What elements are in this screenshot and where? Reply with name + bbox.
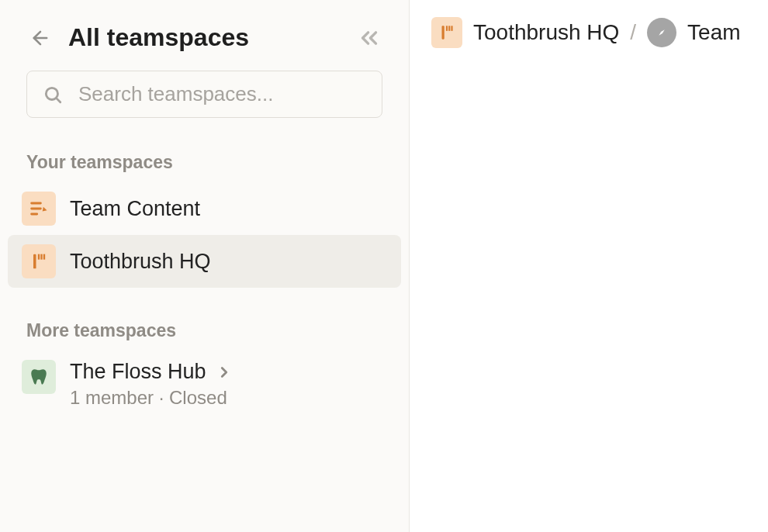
more-teamspaces-label: More teamspaces bbox=[8, 309, 401, 351]
chevron-right-icon bbox=[216, 364, 233, 381]
sidebar-header: All teamspaces bbox=[8, 23, 401, 71]
teamspace-item-toothbrush-hq[interactable]: Toothbrush HQ bbox=[8, 235, 401, 288]
document-edit-icon bbox=[22, 192, 56, 226]
search-icon bbox=[43, 85, 63, 105]
svg-rect-10 bbox=[451, 26, 452, 31]
svg-rect-9 bbox=[448, 26, 450, 31]
svg-rect-4 bbox=[38, 254, 40, 260]
svg-rect-3 bbox=[33, 254, 36, 269]
teamspace-item-label: Team Content bbox=[70, 197, 200, 221]
search-container bbox=[8, 71, 401, 141]
teamspace-item-team-content[interactable]: Team Content bbox=[8, 182, 401, 235]
sidebar: All teamspaces Your teamspaces Team Cont… bbox=[0, 0, 410, 532]
teamspace-item-meta: 1 member · Closed bbox=[70, 387, 233, 409]
svg-marker-11 bbox=[659, 29, 664, 35]
breadcrumb-root[interactable]: Toothbrush HQ bbox=[473, 20, 619, 45]
breadcrumb-child[interactable]: Team bbox=[687, 20, 740, 45]
search-input[interactable] bbox=[78, 82, 366, 106]
tooth-icon bbox=[22, 360, 56, 394]
compass-icon bbox=[647, 18, 676, 47]
back-arrow-icon[interactable] bbox=[29, 27, 51, 49]
teamspace-item-floss-hub[interactable]: The Floss Hub 1 member · Closed bbox=[8, 351, 401, 418]
main-content: Toothbrush HQ / Team bbox=[410, 0, 768, 532]
teamspace-item-label: Toothbrush HQ bbox=[70, 250, 211, 274]
svg-rect-5 bbox=[40, 254, 42, 260]
svg-rect-8 bbox=[446, 26, 448, 31]
sidebar-title: All teamspaces bbox=[68, 23, 356, 52]
toothbrush-icon bbox=[431, 17, 462, 48]
search-box[interactable] bbox=[26, 71, 382, 118]
toothbrush-icon bbox=[22, 244, 56, 278]
svg-rect-6 bbox=[43, 254, 45, 260]
svg-rect-7 bbox=[442, 26, 445, 39]
svg-line-2 bbox=[57, 98, 61, 102]
your-teamspaces-label: Your teamspaces bbox=[8, 141, 401, 182]
collapse-sidebar-icon[interactable] bbox=[356, 25, 382, 51]
breadcrumb: Toothbrush HQ / Team bbox=[431, 17, 768, 48]
teamspace-item-label: The Floss Hub bbox=[70, 360, 206, 384]
teamspace-item-text: The Floss Hub 1 member · Closed bbox=[70, 360, 233, 409]
breadcrumb-separator: / bbox=[630, 20, 636, 45]
